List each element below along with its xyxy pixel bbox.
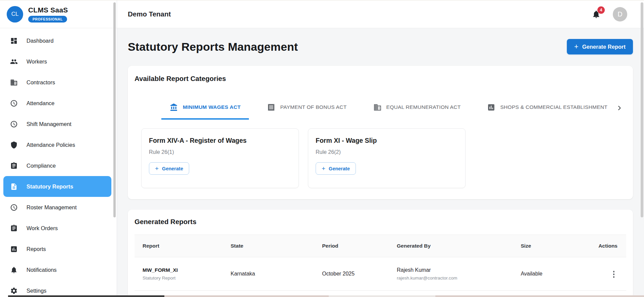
- sidebar-item-contractors[interactable]: Contractors: [3, 72, 111, 93]
- hscroll-thumb[interactable]: [8, 295, 164, 297]
- sidebar-item-compliance[interactable]: Compliance: [3, 155, 111, 176]
- report-state: Karnataka: [228, 257, 320, 291]
- bank-icon: [170, 103, 178, 112]
- sidebar-item-roster-management[interactable]: Roster Management: [3, 197, 111, 218]
- bar-chart-icon: [10, 245, 18, 253]
- sidebar-item-shift-management[interactable]: Shift Management: [3, 114, 111, 134]
- main-vertical-scrollbar[interactable]: [641, 2, 643, 217]
- topbar: Demo Tenant 4 D: [117, 0, 644, 28]
- notification-count-badge: 4: [597, 6, 605, 14]
- report-size: Available: [518, 257, 589, 291]
- chevron-right-icon: [616, 105, 623, 111]
- user-avatar[interactable]: D: [613, 7, 627, 22]
- sidebar-item-attendance-policies[interactable]: Attendance Policies: [3, 134, 111, 155]
- generate-report-label: Generate Report: [582, 44, 626, 50]
- brand-name: CLMS SaaS: [28, 6, 68, 14]
- form-rule: Rule 26(1): [149, 149, 291, 155]
- main-area: Demo Tenant 4 D Statutory Reports Manage…: [117, 0, 644, 297]
- generated-reports-table: ReportStatePeriodGenerated BySizeActions…: [135, 235, 626, 291]
- tabs-scroll-right-button[interactable]: [612, 96, 626, 120]
- tab-minimum-wages-act[interactable]: MINIMUM WAGES ACT: [161, 96, 249, 120]
- gear-icon: [10, 287, 18, 295]
- plan-badge: PROFESSIONAL: [28, 16, 67, 23]
- generate-label: Generate: [329, 166, 350, 171]
- tab-label: PAYMENT OF BONUS ACT: [280, 104, 346, 110]
- bell-icon: [10, 266, 18, 274]
- column-header-state: State: [228, 235, 320, 257]
- tab-equal-remuneration-act[interactable]: EQUAL REMUNERATION ACT: [365, 96, 469, 120]
- people-icon: [10, 58, 18, 66]
- shield-search-icon: [10, 141, 18, 149]
- sidebar-item-label: Attendance: [26, 100, 54, 107]
- app-window: CL CLMS SaaS PROFESSIONAL Dashboard Work…: [0, 0, 644, 297]
- tab-payment-of-bonus-act[interactable]: PAYMENT OF BONUS ACT: [259, 96, 355, 120]
- report-form-card: Form XIV-A - Register of Wages Rule 26(1…: [141, 128, 299, 188]
- building-icon: [10, 79, 18, 86]
- document-icon: [10, 183, 18, 190]
- column-header-size: Size: [518, 235, 589, 257]
- horizontal-scrollbar[interactable]: [0, 295, 644, 297]
- generate-button[interactable]: + Generate: [149, 162, 189, 175]
- row-actions-menu-button[interactable]: [610, 268, 618, 280]
- column-header-generated-by: Generated By: [394, 235, 518, 257]
- sidebar-item-label: Work Orders: [26, 225, 58, 231]
- sidebar-item-dashboard[interactable]: Dashboard: [3, 30, 111, 51]
- tab-label: EQUAL REMUNERATION ACT: [386, 104, 461, 110]
- tenant-name: Demo Tenant: [128, 10, 171, 18]
- sidebar-item-label: Statutory Reports: [26, 183, 73, 190]
- sidebar-item-label: Attendance Policies: [26, 142, 75, 148]
- brand-logo: CL: [7, 6, 23, 23]
- sidebar: CL CLMS SaaS PROFESSIONAL Dashboard Work…: [0, 0, 117, 297]
- hscroll-track: [329, 295, 435, 297]
- report-name: MW_FORM_XI: [143, 267, 225, 273]
- sidebar-brand: CL CLMS SaaS PROFESSIONAL: [0, 0, 117, 28]
- page-title: Statutory Reports Management: [128, 40, 298, 53]
- generated-by-email: rajesh.kumar@contractor.com: [397, 275, 515, 281]
- sidebar-item-label: Compliance: [26, 163, 56, 169]
- notifications-button[interactable]: 4: [592, 10, 601, 19]
- table-header-row: ReportStatePeriodGenerated BySizeActions: [135, 235, 626, 257]
- sidebar-item-attendance[interactable]: Attendance: [3, 93, 111, 114]
- sidebar-item-reports[interactable]: Reports: [3, 239, 111, 259]
- categories-heading: Available Report Categories: [135, 75, 626, 83]
- category-tabs: MINIMUM WAGES ACTPAYMENT OF BONUS ACTEQU…: [161, 96, 612, 120]
- report-form-card: Form XI - Wage Slip Rule 26(2) + Generat…: [308, 128, 466, 188]
- plus-icon: +: [574, 43, 579, 50]
- report-categories-card: Available Report Categories MINIMUM WAGE…: [128, 66, 633, 199]
- hscroll-track-start: [0, 295, 8, 297]
- column-header-period: Period: [319, 235, 394, 257]
- form-title: Form XIV-A - Register of Wages: [149, 137, 291, 144]
- report-type: Statutory Report: [143, 275, 225, 281]
- generate-button[interactable]: + Generate: [316, 162, 356, 175]
- page-content: Statutory Reports Management + Generate …: [117, 28, 644, 297]
- dashboard-icon: [10, 37, 18, 45]
- sidebar-item-work-orders[interactable]: Work Orders: [3, 218, 111, 239]
- building-icon: [373, 103, 382, 112]
- report-forms: Form XIV-A - Register of Wages Rule 26(1…: [135, 128, 626, 188]
- sidebar-item-label: Reports: [26, 246, 46, 252]
- clock-icon: [10, 120, 18, 128]
- column-header-actions: Actions: [589, 235, 626, 257]
- sidebar-item-label: Dashboard: [26, 38, 54, 44]
- generate-report-button[interactable]: + Generate Report: [567, 39, 633, 54]
- sidebar-item-label: Settings: [26, 288, 47, 294]
- sidebar-item-statutory-reports[interactable]: Statutory Reports: [3, 176, 111, 197]
- table-body: MW_FORM_XI Statutory Report Karnataka Oc…: [135, 257, 626, 291]
- clipboard-icon: [10, 224, 18, 232]
- sidebar-item-workers[interactable]: Workers: [3, 51, 111, 72]
- sidebar-scrollbar[interactable]: [113, 2, 116, 217]
- plus-icon: +: [155, 165, 159, 172]
- form-title: Form XI - Wage Slip: [316, 137, 458, 144]
- receipt-icon: [267, 103, 275, 112]
- tab-shops-commercial-establishment[interactable]: SHOPS & COMMERCIAL ESTABLISHMENT: [479, 96, 612, 120]
- table-row: MW_FORM_XI Statutory Report Karnataka Oc…: [135, 257, 626, 291]
- bar-chart-icon: [487, 103, 495, 112]
- sidebar-item-notifications[interactable]: Notifications: [3, 259, 111, 280]
- sidebar-nav: Dashboard Workers Contractors Attendance…: [0, 28, 117, 297]
- sidebar-item-label: Contractors: [26, 79, 55, 86]
- sidebar-item-label: Notifications: [26, 267, 57, 273]
- column-header-report: Report: [135, 235, 228, 257]
- sidebar-item-settings[interactable]: Settings: [3, 280, 111, 297]
- generate-label: Generate: [162, 166, 183, 171]
- tab-label: SHOPS & COMMERCIAL ESTABLISHMENT: [500, 104, 607, 110]
